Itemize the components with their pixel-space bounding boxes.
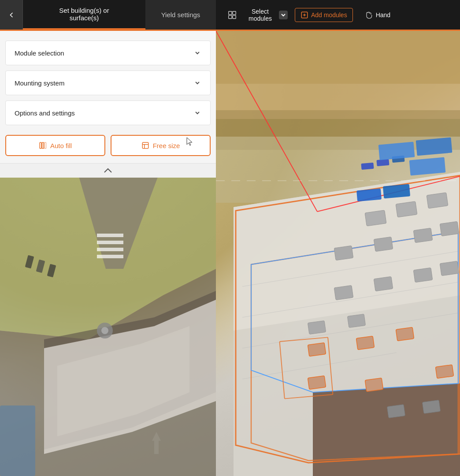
tab-set-building[interactable]: Set building(s) or surface(s) xyxy=(23,0,145,30)
tab-yield-settings[interactable]: Yield settings xyxy=(145,0,216,30)
options-settings-section: Options and settings xyxy=(5,100,211,125)
mounting-system-section: Mounting system xyxy=(5,71,211,95)
toolbar-right: Select modules Add modules Hand xyxy=(216,7,460,22)
auto-fill-button[interactable]: Auto fill xyxy=(5,135,105,156)
svg-rect-75 xyxy=(42,142,44,149)
hand-icon xyxy=(364,11,373,19)
add-icon xyxy=(300,11,308,19)
mounting-system-label: Mounting system xyxy=(15,79,64,87)
options-settings-label: Options and settings xyxy=(15,109,75,117)
free-size-icon xyxy=(141,141,149,149)
module-selection-label: Module selection xyxy=(15,49,64,57)
hand-button[interactable]: Hand xyxy=(360,8,395,22)
module-selection-header[interactable]: Module selection xyxy=(6,41,210,65)
left-panel-header: Set building(s) or surface(s) Yield sett… xyxy=(0,0,216,30)
svg-rect-76 xyxy=(45,142,46,149)
svg-rect-0 xyxy=(229,11,232,14)
view-toggle-button[interactable] xyxy=(223,7,241,22)
chevron-down-icon-3 xyxy=(194,109,201,116)
chevron-down-icon xyxy=(281,12,286,18)
view-icon xyxy=(227,10,237,20)
left-panel: Module selection Mounting system Options… xyxy=(0,31,216,178)
select-modules-dropdown[interactable] xyxy=(279,11,288,19)
mounting-system-chevron xyxy=(193,79,201,87)
module-selection-section: Module selection xyxy=(5,41,211,65)
collapse-toggle[interactable] xyxy=(0,163,216,178)
svg-rect-74 xyxy=(40,142,41,149)
back-icon xyxy=(7,11,16,19)
chevron-up-icon xyxy=(104,168,112,173)
mounting-system-header[interactable]: Mounting system xyxy=(6,71,210,95)
back-button[interactable] xyxy=(0,0,23,30)
module-selection-chevron xyxy=(193,49,201,57)
svg-rect-77 xyxy=(142,142,148,149)
svg-rect-1 xyxy=(233,11,236,14)
svg-rect-3 xyxy=(233,15,236,18)
action-buttons: Auto fill Free size xyxy=(0,128,216,163)
select-modules-button[interactable]: Select modules xyxy=(249,8,272,22)
svg-rect-2 xyxy=(229,15,232,18)
top-bar: Set building(s) or surface(s) Yield sett… xyxy=(0,0,460,31)
add-modules-button[interactable]: Add modules xyxy=(295,8,353,22)
free-size-button[interactable]: Free size xyxy=(111,135,211,156)
options-settings-chevron xyxy=(193,109,201,117)
options-settings-header[interactable]: Options and settings xyxy=(6,101,210,125)
chevron-down-icon xyxy=(194,49,201,56)
chevron-down-icon-2 xyxy=(194,79,201,86)
auto-fill-icon xyxy=(39,141,47,149)
